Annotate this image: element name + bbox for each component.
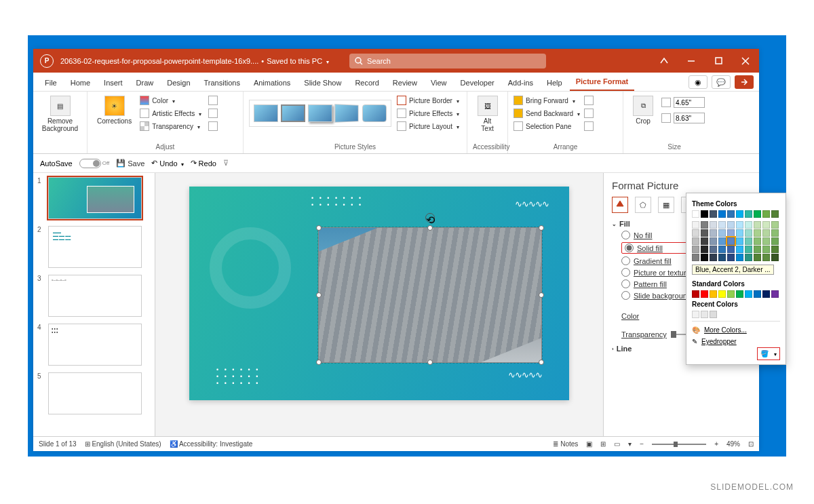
picture-layout-button[interactable]: Picture Layout — [397, 120, 459, 132]
comments-button[interactable]: 💬 — [712, 75, 731, 89]
color-swatch[interactable] — [745, 290, 752, 298]
color-swatch[interactable] — [771, 246, 779, 253]
color-swatch[interactable] — [692, 254, 699, 261]
color-swatch[interactable] — [771, 254, 779, 261]
color-swatch[interactable] — [718, 254, 726, 261]
color-swatch[interactable] — [754, 290, 761, 298]
resize-handle-n[interactable] — [427, 225, 433, 231]
color-swatch[interactable] — [771, 290, 779, 298]
lang-status[interactable]: ⊞ English (United States) — [85, 440, 161, 448]
thumb-4[interactable]: ● ● ●● ● ● — [48, 324, 142, 366]
color-swatch[interactable] — [701, 221, 708, 229]
slide-thumbnails-panel[interactable]: 1 2▬▬▬▬▬ ▬▬ ▬▬▬▬ ▬▬ ▬▬ 3○—○—○—○ 4● ● ●● … — [33, 173, 155, 436]
color-swatch[interactable] — [736, 254, 743, 261]
fill-bucket-button[interactable]: 🪣 — [757, 347, 780, 360]
color-swatch[interactable] — [727, 229, 735, 237]
color-swatch[interactable] — [710, 311, 717, 318]
resize-handle-e[interactable] — [539, 292, 544, 298]
tab-help[interactable]: Help — [541, 75, 568, 91]
resize-handle-se[interactable] — [539, 360, 544, 365]
color-swatch[interactable] — [727, 221, 735, 229]
color-swatch[interactable] — [771, 221, 779, 229]
transparency-button[interactable]: Transparency — [140, 120, 201, 132]
color-swatch[interactable] — [745, 246, 752, 253]
zoom-in-button[interactable]: + — [714, 440, 718, 448]
color-swatch[interactable] — [727, 254, 735, 261]
color-swatch[interactable] — [745, 229, 752, 237]
remove-background-button[interactable]: ▤ Remove Background — [39, 94, 81, 134]
picture-styles-gallery[interactable] — [249, 100, 391, 127]
minimize-button[interactable] — [678, 49, 705, 73]
color-swatch[interactable] — [701, 254, 708, 261]
color-swatch[interactable] — [718, 221, 726, 229]
tab-draw[interactable]: Draw — [130, 75, 160, 91]
color-button[interactable]: Color — [140, 94, 201, 106]
color-swatch[interactable] — [692, 311, 699, 318]
zoom-level[interactable]: 49% — [726, 440, 740, 448]
color-swatch[interactable] — [762, 290, 770, 298]
color-swatch[interactable] — [771, 237, 779, 245]
eyedropper-button[interactable]: ✎Eyedropper — [692, 336, 780, 347]
color-swatch[interactable] — [762, 229, 770, 237]
zoom-slider[interactable] — [652, 444, 706, 445]
selection-pane-button[interactable]: Selection Pane — [513, 120, 580, 132]
color-swatch[interactable] — [701, 290, 708, 298]
share-button[interactable] — [735, 75, 754, 89]
record-button[interactable]: ◉ — [689, 75, 708, 89]
color-swatch[interactable] — [762, 210, 770, 218]
zoom-out-button[interactable]: − — [640, 440, 644, 448]
color-swatch[interactable] — [771, 229, 779, 237]
color-swatch[interactable] — [718, 290, 726, 298]
color-swatch[interactable] — [718, 237, 726, 245]
document-title[interactable]: 20636-02-request-for-proposal-powerpoint… — [60, 57, 258, 65]
color-swatch[interactable] — [692, 237, 699, 245]
slide-canvas[interactable]: • • • • • • •• • • • • • • ∿∿∿∿∿ ∿∿∿∿∿ •… — [155, 173, 603, 436]
color-swatch[interactable] — [754, 210, 761, 218]
redo-button[interactable]: ↷ Redo — [191, 159, 216, 168]
color-swatch[interactable] — [754, 229, 761, 237]
thumb-5[interactable] — [48, 372, 142, 414]
width-input[interactable] — [661, 111, 705, 125]
tab-review[interactable]: Review — [387, 75, 423, 91]
group-button[interactable] — [584, 107, 594, 119]
accessibility-status[interactable]: ♿ Accessibility: Investigate — [170, 440, 253, 448]
color-swatch[interactable] — [736, 290, 743, 298]
effects-tab[interactable]: ⬠ — [635, 197, 651, 213]
color-swatch[interactable] — [701, 311, 708, 318]
color-swatch[interactable] — [710, 210, 717, 218]
align-button[interactable] — [584, 94, 594, 106]
artistic-effects-button[interactable]: Artistic Effects — [140, 107, 201, 119]
reset-picture-button[interactable] — [208, 120, 218, 132]
color-swatch[interactable] — [736, 229, 743, 237]
picture-border-button[interactable]: Picture Border — [397, 94, 459, 106]
color-swatch[interactable] — [710, 246, 717, 253]
color-swatch[interactable] — [727, 246, 735, 253]
color-swatch[interactable] — [701, 210, 708, 218]
color-swatch[interactable] — [745, 237, 752, 245]
color-swatch[interactable] — [736, 246, 743, 253]
color-swatch[interactable] — [692, 210, 699, 218]
color-swatch[interactable] — [754, 254, 761, 261]
color-swatch[interactable] — [754, 221, 761, 229]
save-status[interactable]: • Saved to this PC — [261, 57, 329, 65]
color-swatch[interactable] — [736, 237, 743, 245]
tab-add-ins[interactable]: Add-ins — [502, 75, 539, 91]
corrections-button[interactable]: ☀ Corrections — [93, 94, 136, 132]
tab-view[interactable]: View — [425, 75, 453, 91]
notes-button[interactable]: ≣ Notes — [553, 440, 578, 448]
resize-handle-s[interactable] — [427, 360, 433, 365]
qat-customize[interactable]: ⊽ — [223, 159, 229, 168]
color-swatch[interactable] — [710, 290, 717, 298]
color-swatch[interactable] — [762, 254, 770, 261]
color-swatch[interactable] — [745, 210, 752, 218]
color-swatch[interactable] — [718, 210, 726, 218]
alt-text-button[interactable]: 🖼 Alt Text — [473, 94, 502, 134]
tab-animations[interactable]: Animations — [248, 75, 296, 91]
fill-line-tab[interactable] — [612, 197, 628, 213]
fit-to-window-button[interactable]: ⊡ — [748, 440, 754, 448]
tab-design[interactable]: Design — [161, 75, 196, 91]
change-picture-button[interactable] — [208, 107, 218, 119]
slide-sorter-button[interactable]: ⊞ — [600, 440, 606, 448]
color-swatch[interactable] — [727, 290, 735, 298]
color-swatch[interactable] — [736, 221, 743, 229]
